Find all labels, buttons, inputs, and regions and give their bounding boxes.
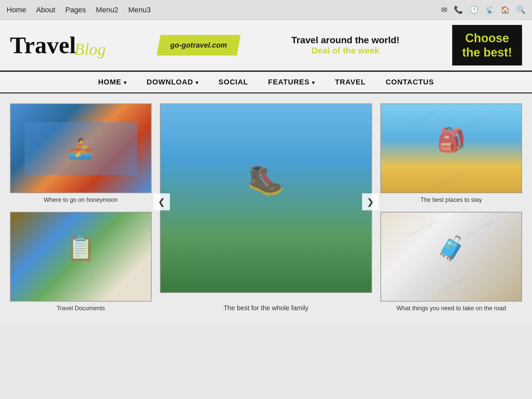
url-badge[interactable]: go-gotravel.com bbox=[159, 35, 239, 56]
mail-icon[interactable]: ✉ bbox=[441, 6, 447, 14]
browser-nav-links: Home About Pages Menu2 Menu3 bbox=[7, 6, 151, 14]
card-best-places-image[interactable]: Africa ImagesAfrica ImagesAfrica Images bbox=[380, 103, 522, 193]
card-luggage: Africa ImagesAfrica ImagesAfrica Images … bbox=[380, 212, 522, 312]
left-column: Africa ImagesAfrica ImagesAfrica Images … bbox=[10, 103, 152, 312]
card-documents-image[interactable]: Africa ImagesAfrica ImagesAfrica Images bbox=[10, 212, 152, 302]
backpacker-image: Africa ImagesAfrica ImagesAfrica Images bbox=[381, 104, 521, 193]
watermark: Africa ImagesAfrica ImagesAfrica Images bbox=[11, 104, 151, 193]
card-center-caption: The best for the whole family bbox=[160, 304, 372, 312]
center-column: Africa ImagesAfrica ImagesAfrica ImagesA… bbox=[160, 103, 372, 312]
cta-text: Choose the best! bbox=[462, 31, 512, 60]
nav-download[interactable]: DOWNLOAD ▾ bbox=[147, 78, 199, 86]
nav-home[interactable]: HOME ▾ bbox=[98, 78, 127, 86]
website-container: Travel Blog go-gotravel.com Travel aroun… bbox=[0, 20, 532, 325]
header-tagline: Travel around the world! Deal of the wee… bbox=[291, 35, 399, 56]
phone-icon[interactable]: 📞 bbox=[454, 6, 463, 14]
clock-icon[interactable]: 🕐 bbox=[469, 6, 478, 14]
card-documents-caption: Travel Documents bbox=[10, 305, 152, 312]
carousel-next-button[interactable]: ❯ bbox=[362, 194, 379, 210]
browser-nav-pages[interactable]: Pages bbox=[65, 6, 86, 14]
url-badge-text: go-gotravel.com bbox=[157, 35, 240, 56]
watermark-docs: Africa ImagesAfrica ImagesAfrica Images bbox=[11, 212, 151, 301]
logo-blog-text: Blog bbox=[74, 40, 106, 59]
watermark-right: Africa ImagesAfrica ImagesAfrica Images bbox=[381, 104, 521, 193]
tagline-main: Travel around the world! bbox=[291, 35, 399, 46]
browser-nav-home[interactable]: Home bbox=[7, 6, 26, 14]
search-icon[interactable]: 🔍 bbox=[516, 6, 525, 14]
carousel-image: Africa ImagesAfrica ImagesAfrica ImagesA… bbox=[160, 103, 372, 293]
card-best-places: Africa ImagesAfrica ImagesAfrica Images … bbox=[380, 103, 522, 203]
carousel-wrapper: Africa ImagesAfrica ImagesAfrica ImagesA… bbox=[160, 103, 372, 300]
logo-travel-text: Travel bbox=[10, 33, 76, 57]
card-honeymoon-image[interactable]: Africa ImagesAfrica ImagesAfrica Images bbox=[10, 103, 152, 193]
site-header: Travel Blog go-gotravel.com Travel aroun… bbox=[0, 20, 532, 71]
nav-social[interactable]: SOCIAL bbox=[218, 78, 248, 86]
content-area: Africa ImagesAfrica ImagesAfrica Images … bbox=[0, 93, 532, 325]
nav-download-arrow: ▾ bbox=[196, 80, 199, 85]
nav-features[interactable]: FEATURES ▾ bbox=[268, 78, 315, 86]
logo-area: Travel Blog bbox=[10, 33, 106, 57]
kayak-image: Africa ImagesAfrica ImagesAfrica Images bbox=[11, 104, 151, 193]
browser-nav-menu3[interactable]: Menu3 bbox=[128, 6, 151, 14]
browser-nav-menu2[interactable]: Menu2 bbox=[96, 6, 118, 14]
nav-contactus[interactable]: CONTACTUS bbox=[386, 78, 434, 86]
rss-icon[interactable]: 📡 bbox=[485, 6, 494, 14]
content-grid: Africa ImagesAfrica ImagesAfrica Images … bbox=[10, 103, 522, 312]
right-column: Africa ImagesAfrica ImagesAfrica Images … bbox=[380, 103, 522, 312]
nav-travel[interactable]: TRAVEL bbox=[335, 78, 365, 86]
browser-top-bar: Home About Pages Menu2 Menu3 ✉ 📞 🕐 📡 🏠 🔍 bbox=[0, 0, 532, 20]
browser-nav-about[interactable]: About bbox=[36, 6, 56, 14]
hiker-image: Africa ImagesAfrica ImagesAfrica ImagesA… bbox=[161, 104, 372, 292]
watermark-luggage: Africa ImagesAfrica ImagesAfrica Images bbox=[381, 212, 521, 301]
main-nav: HOME ▾ DOWNLOAD ▾ SOCIAL FEATURES ▾ TRAV… bbox=[0, 71, 532, 93]
carousel-prev-button[interactable]: ❮ bbox=[153, 194, 170, 210]
card-honeymoon: Africa ImagesAfrica ImagesAfrica Images … bbox=[10, 103, 152, 203]
card-honeymoon-caption: Where to go on honeymoon bbox=[10, 197, 152, 203]
luggage-image: Africa ImagesAfrica ImagesAfrica Images bbox=[381, 212, 521, 301]
card-documents: Africa ImagesAfrica ImagesAfrica Images … bbox=[10, 212, 152, 312]
documents-image: Africa ImagesAfrica ImagesAfrica Images bbox=[11, 212, 151, 301]
card-luggage-image[interactable]: Africa ImagesAfrica ImagesAfrica Images bbox=[380, 212, 522, 302]
nav-features-arrow: ▾ bbox=[312, 80, 315, 85]
card-luggage-caption: What things you need to take on the road bbox=[380, 305, 522, 312]
home-icon[interactable]: 🏠 bbox=[501, 6, 510, 14]
watermark-center: Africa ImagesAfrica ImagesAfrica ImagesA… bbox=[161, 104, 372, 292]
nav-home-arrow: ▾ bbox=[124, 80, 127, 85]
tagline-deal: Deal of the week bbox=[291, 46, 399, 56]
header-cta-banner[interactable]: Choose the best! bbox=[452, 25, 522, 66]
card-best-places-caption: The best places to stay bbox=[380, 197, 522, 203]
browser-icons: ✉ 📞 🕐 📡 🏠 🔍 bbox=[441, 6, 525, 14]
